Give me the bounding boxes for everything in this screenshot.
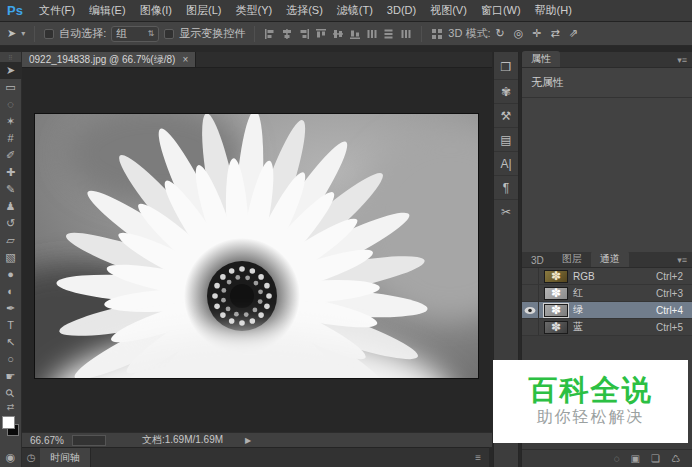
align-vertical-centers-icon[interactable] (332, 28, 344, 40)
status-expander-icon[interactable]: ▶ (245, 436, 251, 445)
visibility-toggle[interactable] (522, 319, 539, 335)
tool-move[interactable]: ➤ (0, 62, 22, 79)
channel-action-load-selection[interactable]: ◌ (614, 453, 620, 464)
divider (254, 26, 255, 42)
dock-panel-clone-source[interactable]: ⚒ (494, 103, 518, 127)
clock-icon: ◷ (22, 452, 40, 463)
panel-grip-icon[interactable]: ⠿ (8, 56, 12, 60)
tool-history-brush[interactable]: ↺ (0, 215, 22, 232)
tool-preset-caret-icon[interactable]: ▾ (21, 29, 25, 38)
tool-lasso[interactable]: ◌ (0, 96, 22, 113)
channel-name: 红 (573, 286, 656, 300)
menu-item-8[interactable]: 视图(V) (423, 4, 474, 16)
document-tab[interactable]: 0922_194838.jpg @ 66.7%(绿/8) × (22, 52, 196, 67)
panel-menu-icon[interactable]: ▾≡ (677, 55, 687, 65)
tool-hand[interactable]: ☛ (0, 368, 22, 385)
auto-select-dropdown[interactable]: 组 ⇅ (111, 26, 159, 42)
zoom-level[interactable]: 66.67% (30, 435, 64, 446)
menu-item-5[interactable]: 选择(S) (279, 4, 330, 16)
tab-properties[interactable]: 属性 (522, 51, 560, 67)
channel-shortcut: Ctrl+5 (656, 322, 692, 333)
dock-panel-history[interactable]: ❒ (494, 55, 518, 79)
align-horizontal-centers-icon[interactable] (281, 28, 293, 40)
channel-row-blue[interactable]: ✽ 蓝 Ctrl+5 (522, 319, 692, 336)
photoshop-window: Ps 文件(F)编辑(E)图像(I)图层(L)类型(Y)选择(S)滤镜(T)3D… (0, 0, 692, 467)
tool-ellipse-shape[interactable]: ○ (0, 351, 22, 368)
foreground-color-swatch[interactable] (2, 416, 15, 429)
tool-quick-selection[interactable]: ✶ (0, 113, 22, 130)
tool-healing-brush[interactable]: ✚ (0, 164, 22, 181)
dock-panel-tool-presets[interactable]: ✂ (494, 199, 518, 223)
tab-timeline[interactable]: 时间轴 (40, 448, 91, 467)
tool-eyedropper[interactable]: ✐ (0, 147, 22, 164)
align-bottom-edges-icon[interactable] (349, 28, 361, 40)
tool-pen[interactable]: ✒ (0, 300, 22, 317)
3d-mode-rotate[interactable]: ↻ (495, 28, 504, 39)
tool-brush[interactable]: ✎ (0, 181, 22, 198)
align-right-edges-icon[interactable] (298, 28, 310, 40)
stepper-icon: ⇅ (148, 29, 155, 38)
dock-panel-character[interactable]: A| (494, 151, 518, 175)
menu-item-4[interactable]: 类型(Y) (228, 4, 279, 16)
document-tab-strip: 0922_194838.jpg @ 66.7%(绿/8) × (22, 52, 492, 68)
dock-panel-paragraph[interactable]: ¶ (494, 175, 518, 199)
channel-thumbnail: ✽ (544, 304, 568, 317)
tool-dodge[interactable]: ◐ (0, 283, 22, 300)
auto-select-checkbox[interactable] (44, 29, 54, 39)
dock-panel-layer-comps[interactable]: ▤ (494, 127, 518, 151)
tab-channels[interactable]: 通道 (591, 251, 629, 267)
menu-item-2[interactable]: 图像(I) (133, 4, 179, 16)
tool-zoom[interactable]: ⚲ (0, 385, 22, 402)
visibility-toggle[interactable] (522, 302, 539, 318)
tool-type[interactable]: T (0, 317, 22, 334)
show-transform-checkbox[interactable] (164, 29, 174, 39)
menu-item-3[interactable]: 图层(L) (179, 4, 228, 16)
3d-mode-roll[interactable]: ◎ (514, 28, 524, 39)
align-left-edges-icon[interactable] (264, 28, 276, 40)
distribute-left-icon[interactable] (366, 28, 378, 40)
tool-path-selection[interactable]: ↖ (0, 334, 22, 351)
menu-item-0[interactable]: 文件(F) (32, 4, 82, 16)
3d-mode-scale[interactable]: ⇗ (569, 28, 578, 39)
auto-align-icon[interactable] (431, 28, 443, 40)
menu-item-6[interactable]: 滤镜(T) (330, 4, 380, 16)
channel-list: ✽ RGB Ctrl+2 ✽ 红 Ctrl+3 (522, 268, 692, 336)
canvas-pasteboard[interactable] (22, 68, 492, 432)
tool-blur[interactable]: ● (0, 266, 22, 283)
watermark-subtitle: 助你轻松解决 (537, 407, 645, 428)
3d-mode-slide[interactable]: ⇄ (551, 28, 560, 39)
menu-item-1[interactable]: 编辑(E) (82, 4, 133, 16)
tool-marquee[interactable]: ▭ (0, 79, 22, 96)
channel-row-rgb[interactable]: ✽ RGB Ctrl+2 (522, 268, 692, 285)
quick-mask-button[interactable]: ◉ (6, 451, 16, 464)
distribute-right-icon[interactable] (400, 28, 412, 40)
tool-gradient[interactable]: ▧ (0, 249, 22, 266)
tool-eraser[interactable]: ▱ (0, 232, 22, 249)
panel-menu-icon[interactable]: ▾≡ (677, 255, 687, 265)
distribute-centers-icon[interactable] (383, 28, 395, 40)
tab-3d[interactable]: 3D (522, 254, 553, 267)
swap-colors-icon[interactable]: ⇄ (7, 402, 15, 414)
menu-item-7[interactable]: 3D(D) (380, 4, 423, 16)
channels-panel-header: 3D 图层 通道 ▾≡ (522, 252, 692, 268)
tool-crop[interactable]: # (0, 130, 22, 147)
channel-row-red[interactable]: ✽ 红 Ctrl+3 (522, 285, 692, 302)
tool-clone-stamp[interactable]: ♟ (0, 198, 22, 215)
visibility-toggle[interactable] (522, 268, 539, 284)
dock-panel-brush-presets[interactable]: ✾ (494, 79, 518, 103)
show-transform-label: 显示变换控件 (179, 26, 245, 41)
3d-mode-drag[interactable]: ✛ (532, 28, 541, 39)
tab-layers[interactable]: 图层 (553, 251, 591, 267)
visibility-toggle[interactable] (522, 285, 539, 301)
channel-action-new-channel[interactable]: ❏ (651, 453, 660, 464)
tool-list: ➤▭◌✶#✐✚✎♟↺▱▧●◐✒T↖○☛⚲ (0, 62, 22, 402)
menu-item-10[interactable]: 帮助(H) (528, 4, 579, 16)
menu-item-9[interactable]: 窗口(W) (474, 4, 528, 16)
align-top-edges-icon[interactable] (315, 28, 327, 40)
timeline-menu-icon[interactable]: ≡ (475, 452, 481, 463)
channel-action-save-selection[interactable]: ▣ (631, 453, 640, 464)
channel-action-delete-channel[interactable]: ♺ (671, 453, 680, 464)
close-icon[interactable]: × (182, 54, 188, 65)
zoom-scrubber[interactable] (72, 435, 106, 446)
channel-row-green[interactable]: ✽ 绿 Ctrl+4 (522, 302, 692, 319)
